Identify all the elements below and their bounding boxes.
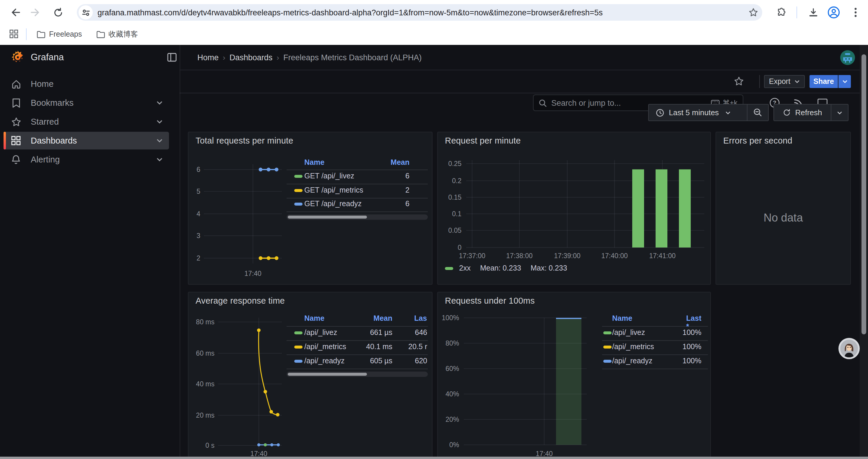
assistant-avatar[interactable] xyxy=(838,338,860,359)
legend-series-name[interactable]: GET /api/_metrics xyxy=(304,186,363,194)
sidebar-toggle-icon[interactable] xyxy=(167,53,177,62)
series-color-pill[interactable] xyxy=(294,175,303,178)
legend-series-name[interactable]: /api/_livez xyxy=(612,328,645,337)
topbar-sidebar-divider xyxy=(180,45,180,70)
legend-header[interactable]: Name xyxy=(612,314,632,323)
refresh-button[interactable]: Refresh xyxy=(773,104,831,121)
bookmarks-divider xyxy=(26,28,27,40)
legend-scrollbar-thumb[interactable] xyxy=(288,216,367,219)
breadcrumb-item[interactable]: Home xyxy=(197,53,219,62)
legend-series-name[interactable]: 2xx xyxy=(459,264,471,272)
download-icon[interactable] xyxy=(803,2,823,23)
legend-row-separator xyxy=(286,198,428,198)
legend-row-separator xyxy=(286,184,428,184)
sidebar-item-label: Starred xyxy=(31,117,156,126)
sidebar-item-starred[interactable]: Starred xyxy=(4,113,169,131)
x-axis-tick: 17:39:00 xyxy=(554,252,581,259)
legend-header[interactable]: Mean xyxy=(373,314,392,323)
sidebar-item-label: Home xyxy=(31,79,169,89)
back-icon[interactable] xyxy=(5,2,25,23)
chevron-down-icon[interactable] xyxy=(156,156,163,163)
url-text[interactable]: grafana.mathmast.com/d/deytv4rwavabkb/fr… xyxy=(97,8,745,17)
export-button[interactable]: Export xyxy=(764,75,805,88)
legend-row-separator xyxy=(286,355,428,355)
breadcrumb-item[interactable]: Dashboards xyxy=(229,53,273,62)
sidebar-item-alerting[interactable]: Alerting xyxy=(4,151,169,168)
series-color-pill[interactable] xyxy=(294,203,303,205)
series-color-pill[interactable] xyxy=(294,346,303,349)
favorite-star-icon[interactable] xyxy=(734,76,744,86)
series-color-pill[interactable] xyxy=(603,331,612,334)
y-axis-tick: 5 xyxy=(188,188,200,195)
sidebar-item-bookmarks[interactable]: Bookmarks xyxy=(4,94,169,112)
browser-toolbar: grafana.mathmast.com/d/deytv4rwavabkb/fr… xyxy=(0,0,868,25)
profile-icon[interactable] xyxy=(824,2,844,23)
share-button[interactable]: Share xyxy=(809,75,838,88)
legend-header[interactable]: Name xyxy=(304,314,324,323)
bookmark-icon xyxy=(11,97,21,108)
legend-header[interactable]: Mean xyxy=(391,158,409,167)
y-axis-tick: 100% xyxy=(438,314,459,321)
chevron-down-icon xyxy=(725,109,731,116)
grafana-topbar: Grafana Home›Dashboards›Freeleaps Metric… xyxy=(0,45,868,70)
chevron-down-icon[interactable] xyxy=(156,118,163,125)
legend-header[interactable]: Name xyxy=(304,158,324,167)
y-axis-tick: 0.15 xyxy=(438,194,462,201)
legend-series-name[interactable]: /api/_readyz xyxy=(304,357,344,365)
grafana-logo-icon[interactable] xyxy=(11,50,25,64)
home-icon xyxy=(11,78,21,89)
user-avatar[interactable] xyxy=(840,50,855,65)
legend-row-separator xyxy=(602,355,708,355)
extensions-icon[interactable] xyxy=(771,2,791,23)
site-settings-icon[interactable] xyxy=(79,5,93,20)
chevron-down-icon xyxy=(842,78,848,85)
actions-divider xyxy=(759,75,760,88)
time-range-picker[interactable]: Last 5 minutes xyxy=(648,104,747,121)
y-axis-tick: 20 ms xyxy=(188,412,215,419)
refresh-interval-dropdown[interactable] xyxy=(831,104,848,121)
panel-title[interactable]: Errors per second xyxy=(723,136,793,145)
panel-total-requests-per-minute: Total requests per minute 6543217:40Name… xyxy=(188,132,433,285)
legend-value: 40.1 ms xyxy=(366,342,392,351)
series-color-pill[interactable] xyxy=(294,331,303,334)
y-axis-tick: 60% xyxy=(438,365,459,372)
selected-accent-bar xyxy=(4,132,6,150)
page-scrollbar-thumb[interactable] xyxy=(862,54,866,334)
legend-series-name[interactable]: GET /api/_livez xyxy=(304,172,354,180)
menu-kebab-icon[interactable] xyxy=(845,2,866,23)
legend-value: 6 xyxy=(405,172,409,180)
chart-plot[interactable] xyxy=(438,292,711,459)
legend-series-name[interactable]: /api/_livez xyxy=(304,328,337,337)
share-label: Share xyxy=(813,77,834,86)
sidebar-item-dashboards[interactable]: Dashboards xyxy=(4,132,169,150)
share-dropdown-button[interactable] xyxy=(838,75,851,88)
chevron-down-icon[interactable] xyxy=(156,137,163,144)
sidebar-item-home[interactable]: Home xyxy=(4,75,169,93)
y-axis-tick: 3 xyxy=(188,232,200,239)
zoom-out-button[interactable] xyxy=(747,104,769,121)
url-bar[interactable]: grafana.mathmast.com/d/deytv4rwavabkb/fr… xyxy=(77,4,762,21)
legend-series-name[interactable]: GET /api/_readyz xyxy=(304,200,362,208)
forward-icon[interactable] xyxy=(26,2,46,23)
series-color-pill[interactable] xyxy=(294,189,303,192)
bookmark-star-icon[interactable] xyxy=(745,8,762,17)
sidebar-item-label: Bookmarks xyxy=(31,98,156,107)
legend-series-name[interactable]: /api/_metrics xyxy=(612,342,654,351)
bookmark-folder[interactable]: 收藏博客 xyxy=(91,27,143,42)
legend-scrollbar[interactable] xyxy=(286,215,428,220)
y-axis-tick: 0.05 xyxy=(438,227,462,234)
legend-scrollbar[interactable] xyxy=(286,371,428,377)
breadcrumb: Home›Dashboards›Freeleaps Metrics Dashbo… xyxy=(197,45,422,70)
series-color-pill[interactable] xyxy=(603,346,612,349)
bookmark-folder[interactable]: Freeleaps xyxy=(32,27,87,42)
series-color-pill[interactable] xyxy=(445,267,453,270)
legend-series-name[interactable]: /api/_readyz xyxy=(612,357,652,365)
legend-scrollbar-thumb[interactable] xyxy=(288,373,367,376)
series-color-pill[interactable] xyxy=(603,360,612,363)
legend-series-name[interactable]: /api/_metrics xyxy=(304,342,346,351)
series-color-pill[interactable] xyxy=(294,360,303,363)
reload-icon[interactable] xyxy=(48,2,68,23)
legend-header[interactable]: Las xyxy=(414,314,427,323)
chevron-down-icon[interactable] xyxy=(156,99,163,106)
apps-grid-icon[interactable] xyxy=(5,25,23,42)
